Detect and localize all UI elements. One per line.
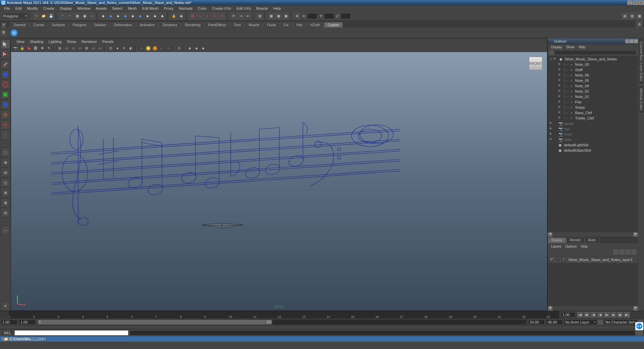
layout-four-icon[interactable]: ⊞ <box>1 158 10 167</box>
outliner-h-scrollbar[interactable]: ◀ ▶ <box>548 232 638 237</box>
layer-list[interactable]: V / Silver_Music_Stave_and_Notes_layer1 <box>548 256 638 306</box>
vp-shadows-icon[interactable]: ◐ <box>128 45 134 51</box>
character-set-dropdown[interactable]: No Character Set <box>604 319 637 325</box>
tab-attribute-editor[interactable]: Attribute Editor <box>638 85 644 113</box>
select-tool-icon[interactable] <box>1 40 10 49</box>
paint-select-tool-icon[interactable] <box>1 60 10 69</box>
tree-camera[interactable]: 👁📷front <box>548 132 637 137</box>
step-back-icon[interactable]: ◀ <box>590 312 596 318</box>
tree-item[interactable]: 👁├─▫Bass_Clef <box>548 110 637 115</box>
shelf-tab-curves[interactable]: Curves <box>30 22 48 28</box>
shelf-tab-ncloth[interactable]: nCloth <box>307 22 324 28</box>
visibility-icon[interactable]: 👁 <box>558 95 562 99</box>
mask-8-icon[interactable]: ◆ <box>152 13 158 19</box>
step-fwd-icon[interactable]: ▶ <box>610 312 616 318</box>
layout-three-icon[interactable]: ⊞ <box>1 188 10 197</box>
menu-mesh[interactable]: Mesh <box>125 6 140 11</box>
sidebar-toggle-3-icon[interactable]: ▦ <box>636 13 643 19</box>
outliner-close-icon[interactable]: × <box>634 39 638 43</box>
outliner-maximize-icon[interactable]: □ <box>630 39 634 43</box>
visibility-icon[interactable]: 👁 <box>553 57 558 61</box>
vp-menu-renderer[interactable]: Renderer <box>79 40 100 44</box>
vp-grease-icon[interactable]: ✎ <box>46 45 52 51</box>
anim-end-input[interactable] <box>546 319 563 325</box>
vp-menu-show[interactable]: Show <box>64 40 79 44</box>
menu-color[interactable]: Color <box>195 6 209 11</box>
construction-history-icon[interactable]: ▤ <box>256 13 263 19</box>
ipr-render-icon[interactable]: ▦ <box>275 13 282 19</box>
move-tool-icon[interactable] <box>1 70 10 79</box>
tool-settings-icon[interactable] <box>1 301 10 311</box>
play-fwd-icon[interactable]: ▶ <box>604 312 610 318</box>
scroll-left-icon[interactable]: ◀ <box>548 232 552 237</box>
menu-modify[interactable]: Modify <box>24 6 41 11</box>
layer-movedown-icon[interactable] <box>619 249 625 255</box>
visibility-icon[interactable]: 👁 <box>558 84 562 88</box>
layer-tab-display[interactable]: Display <box>548 237 566 243</box>
vp-safe-action-icon[interactable]: ▭ <box>90 45 96 51</box>
mask-1-icon[interactable]: ◆ <box>100 13 107 19</box>
vp-safe-title-icon[interactable]: ▭ <box>97 45 103 51</box>
tree-camera[interactable]: 👁📷top <box>548 126 637 132</box>
vp-bookmark-icon[interactable]: 🔖 <box>26 45 32 51</box>
menu-editmesh[interactable]: Edit Mesh <box>140 6 161 11</box>
z-input[interactable] <box>341 13 351 19</box>
shelf-tab-dynamics[interactable]: Dynamics <box>159 22 181 28</box>
vp-2d-pan-icon[interactable]: ✥ <box>39 45 45 51</box>
range-handle[interactable]: 1 24 <box>38 320 272 325</box>
scroll-right-icon[interactable]: ▶ <box>633 306 638 311</box>
layer-menu-help[interactable]: Help <box>579 245 590 248</box>
shelf-tab-hair[interactable]: Hair <box>293 22 306 28</box>
redo-icon[interactable]: ↷ <box>66 13 73 19</box>
time-slider[interactable]: 1234567891011121314151617181920212223 |◀… <box>0 311 644 318</box>
layer-new-empty-icon[interactable] <box>625 249 631 255</box>
outliner-search-input[interactable] <box>554 50 637 55</box>
layer-row[interactable]: V / Silver_Music_Stave_and_Notes_layer1 <box>548 257 637 263</box>
script-editor-icon[interactable] <box>636 330 643 336</box>
windows-taskbar[interactable]: 📁 C:\Users\Ma... _ □ × <box>0 336 644 342</box>
layout-grid-icon[interactable]: — <box>1 226 10 235</box>
outliner-menu-show[interactable]: Show <box>564 45 577 49</box>
shelf-tab-deformation[interactable]: Deformation <box>110 22 136 28</box>
snap-point-icon[interactable]: • <box>204 13 211 19</box>
manipulator-tool-icon[interactable] <box>1 100 10 109</box>
scroll-right-icon[interactable]: ▶ <box>633 232 638 237</box>
outliner-menu-help[interactable]: Help <box>577 45 588 49</box>
minimize-button[interactable]: _ <box>627 0 633 5</box>
x-input[interactable] <box>307 13 317 19</box>
anim-layer-dropdown[interactable]: No Anim Layer <box>564 319 597 325</box>
sel-hier-icon[interactable]: ▦ <box>74 13 80 19</box>
vp-use-all-lights-icon[interactable]: ☀ <box>121 45 127 51</box>
visibility-icon[interactable]: 👁 <box>558 62 562 66</box>
visibility-icon[interactable]: 👁 <box>558 100 562 104</box>
layer-menu-layers[interactable]: Layers <box>549 245 563 248</box>
vp-light-3-icon[interactable] <box>152 45 158 51</box>
vp-xray-icon[interactable]: ◈ <box>187 45 193 51</box>
shelf-tab-toon[interactable]: Toon <box>230 22 245 28</box>
maya-logo-icon[interactable] <box>10 29 18 37</box>
vp-light-5-icon[interactable] <box>165 45 171 51</box>
menu-assets[interactable]: Assets <box>93 6 109 11</box>
mask-2-icon[interactable]: ◆ <box>107 13 114 19</box>
vp-menu-view[interactable]: View <box>14 40 27 44</box>
mask-6-icon[interactable]: ◆ <box>137 13 144 19</box>
history-icon[interactable]: ⟳ <box>230 13 237 19</box>
layer-tab-anim[interactable]: Anim <box>585 237 600 243</box>
scroll-track[interactable] <box>552 306 633 311</box>
mask-5-icon[interactable]: ◆ <box>129 13 136 19</box>
collapse-icon[interactable]: ⊟ <box>549 58 553 61</box>
menu-normals[interactable]: Normals <box>176 6 195 11</box>
vp-lock-camera-icon[interactable]: 🔒 <box>19 45 25 51</box>
layout-prev-icon[interactable]: ⊟ <box>1 208 10 217</box>
undo-icon[interactable]: ↶ <box>59 13 66 19</box>
mask-7-icon[interactable]: ◆ <box>144 13 151 19</box>
soft-mod-tool-icon[interactable] <box>1 110 10 119</box>
shelf-tab-polygons[interactable]: Polygons <box>69 22 90 28</box>
rotate-tool-icon[interactable] <box>1 80 10 89</box>
shelf-editor-icon[interactable]: ⚙ <box>636 21 643 28</box>
show-manip-tool-icon[interactable] <box>1 120 10 130</box>
menu-edituvs[interactable]: Edit UVs <box>234 6 254 11</box>
outliner-minimize-icon[interactable]: _ <box>625 39 629 43</box>
current-frame-input[interactable] <box>561 312 576 317</box>
shelf-trash-icon[interactable]: 🗑 <box>1 31 6 35</box>
